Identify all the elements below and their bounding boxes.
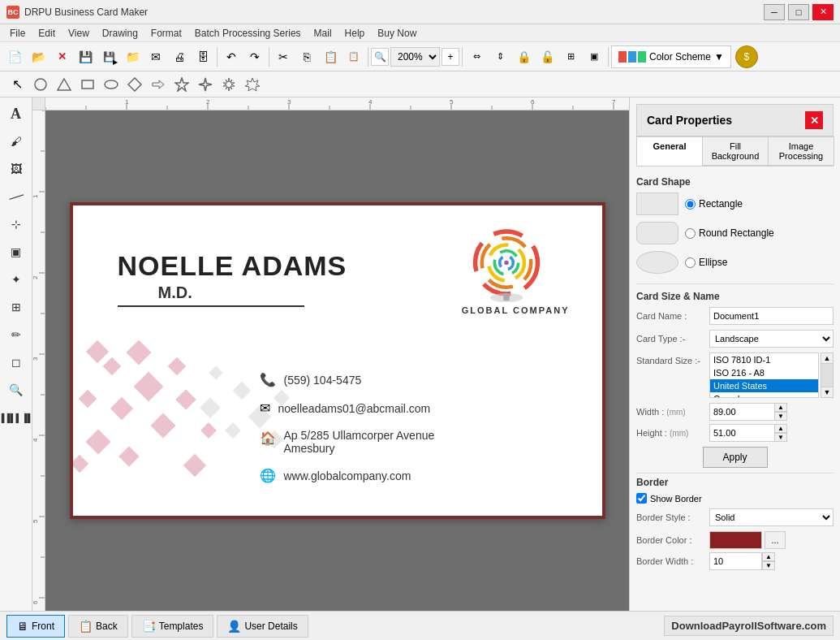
size-item-4[interactable]: Canada [710,392,818,398]
star4-tool[interactable] [195,74,216,95]
apply-button[interactable]: Apply [703,447,768,468]
menu-buynow[interactable]: Buy Now [371,26,423,41]
templates-tab-button[interactable]: 📑 Templates [131,615,214,638]
standard-size-listbox[interactable]: ISO 7810 ID-1 ISO 216 - A8 United States… [709,352,819,398]
menu-edit[interactable]: Edit [32,26,62,41]
flip-v-button[interactable]: ⇕ [489,45,511,68]
width-down[interactable]: ▼ [774,412,787,421]
ellipse-radio[interactable] [685,257,696,268]
border-color-swatch[interactable] [709,531,762,549]
close-button[interactable]: ✕ [812,4,834,20]
rect-tool[interactable] [77,74,98,95]
triangle-tool[interactable] [54,74,75,95]
size-item-2[interactable]: ISO 216 - A8 [710,366,818,379]
size-item-3[interactable]: United States [710,379,818,392]
barcode-tool[interactable]: ▐▐▌▌▐▌ [3,404,29,430]
round-rect-radio[interactable] [685,228,696,239]
card-name-input[interactable] [709,307,834,325]
zoom-out-button[interactable]: 🔍 [371,48,389,66]
flip-h-button[interactable]: ⇔ [465,45,488,68]
pointer-tool[interactable]: ↖ [6,74,28,95]
zoom-controls: 🔍 200% 100% 150% + [371,47,459,67]
pencil-tool[interactable]: ✏ [3,322,29,348]
border-width-input[interactable] [709,552,762,570]
border-width-up[interactable]: ▲ [762,552,775,561]
menu-format[interactable]: Format [144,26,188,41]
eraser-tool[interactable]: ◻ [3,349,29,375]
email-button[interactable]: ✉ [144,45,167,68]
lock-button[interactable]: 🔒 [512,45,535,68]
starburst-tool[interactable] [218,74,239,95]
badge-tool[interactable] [242,74,263,95]
card-type-select[interactable]: Portrait Landscape [709,330,834,348]
menu-mail[interactable]: Mail [308,26,338,41]
border-width-down[interactable]: ▼ [762,561,775,570]
open2-button[interactable]: 📁 [121,45,144,68]
listbox-scroll-up[interactable]: ▲ [821,352,834,364]
show-border-row[interactable]: Show Border [636,493,834,504]
open-button[interactable]: 📂 [27,45,50,68]
size-item-1[interactable]: ISO 7810 ID-1 [710,353,818,366]
ellipse-radio-label[interactable]: Ellipse [685,257,727,268]
layers-tool[interactable]: ▣ [3,239,29,265]
arrow-tool[interactable] [148,74,169,95]
premium-button[interactable]: $ [735,45,758,68]
new-button[interactable]: 📄 [3,45,26,68]
text-tool[interactable]: A [3,101,29,127]
paste-button[interactable]: 📋 [319,45,342,68]
minimize-button[interactable]: ─ [764,4,785,20]
color-scheme-button[interactable]: Color Scheme ▼ [611,45,731,68]
panel-close-button[interactable]: ✕ [805,111,823,129]
maximize-button[interactable]: □ [788,4,809,20]
rect-radio-label[interactable]: Rectangle [685,198,743,210]
zoom-in-button[interactable]: + [442,48,459,66]
border-color-picker-button[interactable]: ... [765,531,786,549]
menu-view[interactable]: View [62,26,96,41]
user-details-tab-button[interactable]: 👤 User Details [217,615,308,638]
diamond-tool[interactable] [124,74,145,95]
tab-general[interactable]: General [636,136,703,166]
unlock-button[interactable]: 🔓 [536,45,558,68]
show-border-checkbox[interactable] [636,493,647,504]
tab-fill-background[interactable]: Fill Background [702,136,769,166]
height-up[interactable]: ▲ [774,424,787,433]
close-file-button[interactable]: ✕ [50,45,73,68]
save-button[interactable]: 💾 [74,45,97,68]
zoom-select[interactable]: 200% 100% 150% [390,47,440,67]
border-style-select[interactable]: Solid Dashed Dotted [709,508,834,526]
paste2-button[interactable]: 📋 [342,45,365,68]
save-as-button[interactable]: 💾▶ [97,45,120,68]
back-tab-button[interactable]: 📋 Back [68,615,128,638]
zoom-tool[interactable]: 🔍 [3,377,29,403]
star5-tool[interactable] [171,74,192,95]
front-tab-button[interactable]: 🖥 Front [6,615,65,638]
menu-batch[interactable]: Batch Processing Series [188,26,308,41]
arrange-button[interactable]: ▣ [583,45,605,68]
tab-image-processing[interactable]: Image Processing [768,136,834,166]
width-up[interactable]: ▲ [774,403,787,412]
db-button[interactable]: 🗄 [192,45,214,68]
print-button[interactable]: 🖨 [168,45,191,68]
copy-button[interactable]: ⎘ [295,45,318,68]
round-rect-radio-label[interactable]: Round Rectangle [685,227,774,239]
height-down[interactable]: ▼ [774,433,787,442]
effects-tool[interactable]: ✦ [3,266,29,292]
rect-radio[interactable] [685,199,696,210]
line-tool[interactable]: ╱ [0,178,34,214]
menu-drawing[interactable]: Drawing [96,26,144,41]
menu-help[interactable]: Help [338,26,372,41]
listbox-scroll-down[interactable]: ▼ [821,387,834,398]
grid-button[interactable]: ⊞ [559,45,582,68]
redo-button[interactable]: ↷ [243,45,266,68]
width-input[interactable] [709,403,774,421]
undo-button[interactable]: ↶ [220,45,243,68]
oval-tool[interactable] [101,74,122,95]
paint-tool[interactable]: 🖌 [3,128,29,154]
canvas-area[interactable]: NOELLE ADAMS M.D. [45,110,629,611]
business-card[interactable]: NOELLE ADAMS M.D. [70,202,605,519]
cut-button[interactable]: ✂ [272,45,295,68]
circle-tool[interactable] [30,74,51,95]
crop-tool[interactable]: ⊞ [3,294,29,320]
menu-file[interactable]: File [3,26,32,41]
height-input[interactable] [709,424,774,442]
